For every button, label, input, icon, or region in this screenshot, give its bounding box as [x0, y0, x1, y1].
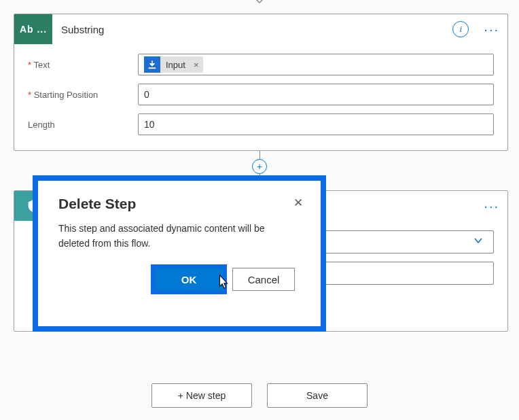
- svg-rect-0: [149, 67, 156, 69]
- token-remove-icon[interactable]: ×: [194, 60, 199, 70]
- text-input-field[interactable]: Input ×: [138, 54, 494, 75]
- card-menu-ellipsis[interactable]: ···: [476, 198, 507, 214]
- new-step-button[interactable]: + New step: [151, 383, 252, 408]
- starting-position-input[interactable]: 0: [138, 84, 494, 105]
- action-type-icon: Ab ...: [14, 14, 52, 44]
- token-label: Input: [166, 60, 185, 70]
- ok-button-highlight: OK: [151, 264, 227, 294]
- dialog-close-icon[interactable]: ✕: [293, 196, 303, 210]
- length-input[interactable]: 10: [138, 113, 494, 135]
- cancel-button[interactable]: Cancel: [232, 268, 295, 291]
- dynamic-content-token-input[interactable]: Input ×: [144, 56, 203, 73]
- card-header: Ab ... Substring i ···: [14, 14, 507, 44]
- delete-step-dialog-highlight: Delete Step ✕ This step and associated d…: [33, 175, 326, 332]
- add-step-button[interactable]: +: [252, 159, 267, 174]
- field-label-length: Length: [28, 120, 138, 130]
- footer-actions: + New step Save: [151, 383, 368, 408]
- card-menu-ellipsis[interactable]: ···: [476, 22, 507, 37]
- dialog-message: This step and associated dynamic content…: [58, 222, 296, 251]
- ok-button[interactable]: OK: [154, 268, 223, 291]
- field-label-starting-position: * Starting Position: [28, 90, 138, 100]
- flow-arrow-top: [253, 0, 266, 7]
- card-title[interactable]: Substring: [52, 24, 452, 35]
- info-icon[interactable]: i: [452, 21, 469, 37]
- save-button[interactable]: Save: [267, 383, 368, 408]
- delete-step-dialog: Delete Step ✕ This step and associated d…: [38, 181, 321, 326]
- token-icon: [144, 56, 160, 73]
- dialog-title: Delete Step: [58, 196, 300, 212]
- chevron-down-icon: [473, 235, 484, 249]
- field-label-text: * Text: [28, 60, 138, 70]
- action-card-substring: Ab ... Substring i ··· * Text Input × * …: [14, 14, 508, 151]
